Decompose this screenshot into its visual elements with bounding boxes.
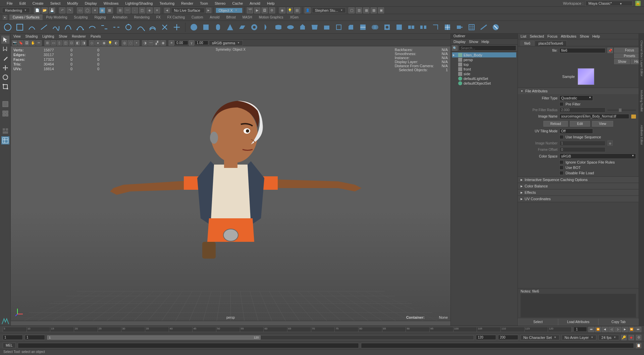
- step-back-key-icon[interactable]: ⏪: [595, 327, 601, 332]
- shelf-extend-curve-icon[interactable]: [136, 22, 146, 32]
- live-prev-icon[interactable]: ◄: [164, 8, 170, 13]
- shelf-sculpt-srf-icon[interactable]: [479, 22, 489, 32]
- vp-grid-icon[interactable]: ⊞: [45, 40, 50, 46]
- vp-motion-blur-icon[interactable]: 〰: [148, 40, 154, 46]
- render-frame-icon[interactable]: 🎬: [247, 7, 253, 13]
- shelf-revolve-icon[interactable]: [261, 22, 271, 32]
- vp-isolate-icon[interactable]: ◎: [122, 40, 127, 46]
- vp-gate-mask-icon[interactable]: ◫: [63, 40, 68, 46]
- image-number-input[interactable]: [559, 141, 605, 146]
- folder-icon[interactable]: [631, 115, 636, 119]
- shelf-torus-icon[interactable]: [249, 22, 259, 32]
- shelf-plane-icon[interactable]: [237, 22, 247, 32]
- tab-modeling-toolkit[interactable]: Modeling Toolkit: [640, 90, 643, 112]
- pre-filter-radius-slider[interactable]: [607, 109, 636, 111]
- shelf-ep-curve-icon[interactable]: [27, 22, 37, 32]
- shelf-birail-icon[interactable]: [310, 22, 320, 32]
- attr-menu-help[interactable]: Help: [592, 34, 600, 38]
- shelf-tab-arnold[interactable]: Arnold: [206, 14, 223, 20]
- shelf-extrude-icon[interactable]: [298, 22, 308, 32]
- attr-menu-attributes[interactable]: Attributes: [561, 34, 576, 38]
- vp-bookmark-icon[interactable]: 🔖: [18, 40, 23, 46]
- lock-icon[interactable]: 🔒: [635, 1, 641, 6]
- shelf-square-icon[interactable]: [15, 22, 25, 32]
- range-start-outer[interactable]: [3, 335, 23, 340]
- shelf-square-srf-icon[interactable]: [334, 22, 344, 32]
- user-dropdown[interactable]: Stephen Stu...▼: [312, 8, 346, 13]
- play-forward-icon[interactable]: ▷: [615, 327, 621, 332]
- shelf-tab-fx[interactable]: FX: [153, 14, 164, 20]
- object-mode-icon[interactable]: ▣: [99, 7, 105, 13]
- snap-point-icon[interactable]: ·: [132, 7, 138, 13]
- layout-persp-outliner-icon[interactable]: [1, 127, 9, 135]
- ipr-icon[interactable]: ▶: [254, 7, 260, 13]
- menu-select[interactable]: Select: [47, 1, 64, 6]
- toggle-panel-icon[interactable]: ▤: [294, 7, 300, 13]
- shelf-intersect-icon[interactable]: [370, 22, 380, 32]
- goto-start-icon[interactable]: ⏮: [588, 327, 594, 332]
- frame-offset-input[interactable]: [559, 147, 605, 152]
- vp-menu-view[interactable]: View: [13, 35, 21, 38]
- shelf-2pt-arc-icon[interactable]: [87, 22, 97, 32]
- image-name-input[interactable]: [559, 114, 629, 119]
- tab-attribute-editor[interactable]: Attribute Editor: [640, 125, 643, 145]
- open-scene-icon[interactable]: 📂: [42, 7, 48, 13]
- script-editor-icon[interactable]: 📋: [636, 343, 641, 348]
- vp-res-gate-icon[interactable]: ▯: [57, 40, 62, 46]
- shelf-menu-icon[interactable]: ▸: [3, 15, 7, 20]
- mode-dropdown[interactable]: Rendering▼: [2, 8, 30, 13]
- new-scene-icon[interactable]: 📄: [34, 7, 40, 13]
- shelf-3pt-arc-icon[interactable]: [75, 22, 85, 32]
- component-mode-icon[interactable]: ▦: [107, 7, 113, 13]
- select-mode-icon[interactable]: ▭: [77, 7, 83, 13]
- shelf-insert-knot-icon[interactable]: [123, 22, 133, 32]
- vp-xray-icon[interactable]: ◌: [128, 40, 133, 46]
- view-button[interactable]: View: [592, 121, 613, 127]
- step-forward-icon[interactable]: ▶: [622, 327, 628, 332]
- shelf-tab-mash[interactable]: MASH: [239, 14, 256, 20]
- undo-icon[interactable]: ↶: [59, 7, 65, 13]
- shelf-planar-icon[interactable]: [285, 22, 296, 32]
- attr-menu-list[interactable]: List: [521, 34, 526, 38]
- scale-tool-icon[interactable]: [1, 83, 9, 91]
- menu-windows[interactable]: Windows: [100, 1, 122, 6]
- shelf-tab-rendering[interactable]: Rendering: [131, 14, 153, 20]
- vp-menu-panels[interactable]: Panels: [91, 35, 101, 38]
- attr-file-name-input[interactable]: [559, 48, 605, 53]
- pin-icon[interactable]: 📌: [607, 48, 613, 53]
- shelf-detach-srf-icon[interactable]: [418, 22, 428, 32]
- viewport-scrollbar[interactable]: [11, 321, 450, 325]
- shelf-tab-fxcache[interactable]: FX Caching: [164, 14, 188, 20]
- menu-file[interactable]: File: [3, 1, 16, 6]
- section-seq-caching[interactable]: ▶Interactive Sequence Caching Options: [518, 177, 639, 183]
- vp-exposure-value[interactable]: 0.00: [175, 41, 188, 45]
- shelf-detach-curve-icon[interactable]: [111, 22, 121, 32]
- shelf-add-point-icon[interactable]: [172, 22, 182, 32]
- uv-tiling-dropdown[interactable]: Off: [559, 129, 593, 134]
- outliner-item-ellen[interactable]: ▸Ellen_Body: [452, 52, 516, 57]
- live-surface-dropdown[interactable]: No Live Surface: [171, 8, 205, 13]
- goto-end-icon[interactable]: ⏭: [635, 327, 641, 332]
- outliner-menu-display[interactable]: Display: [453, 40, 466, 44]
- pre-filter-radius-input[interactable]: [559, 107, 605, 113]
- vp-textured-icon[interactable]: ◉: [101, 40, 107, 46]
- layout-four-icon[interactable]: [1, 109, 9, 118]
- live-next-icon[interactable]: ►: [206, 8, 211, 13]
- vp-menu-renderer[interactable]: Renderer: [72, 35, 86, 38]
- shelf-tab-motion[interactable]: Motion Graphics: [256, 14, 287, 20]
- menu-edit[interactable]: Edit: [16, 1, 29, 6]
- anim-layer-dropdown[interactable]: No Anim Layer▼: [561, 335, 596, 340]
- load-attributes-button[interactable]: Load Attributes: [558, 318, 598, 325]
- vp-menu-lighting[interactable]: Lighting: [42, 35, 54, 38]
- menu-toon[interactable]: Toon: [197, 1, 211, 6]
- shelf-cv-curve-icon[interactable]: [51, 22, 61, 32]
- layout-3-icon[interactable]: ▦: [363, 7, 369, 13]
- time-ruler[interactable]: 5101520253035404550556065707580859095100…: [3, 327, 572, 332]
- lasso-tool-icon[interactable]: [1, 45, 9, 53]
- viewport-3d[interactable]: Verts:1587700 Edges:3311700 Faces:173230…: [11, 46, 450, 321]
- anim-prefs-icon[interactable]: ⚙: [636, 335, 641, 340]
- layout-persp-graph-icon[interactable]: [1, 136, 9, 144]
- step-forward-key-icon[interactable]: ⏩: [629, 327, 635, 332]
- move-tool-icon[interactable]: [1, 64, 9, 72]
- copy-tab-button[interactable]: Copy Tab: [598, 318, 639, 325]
